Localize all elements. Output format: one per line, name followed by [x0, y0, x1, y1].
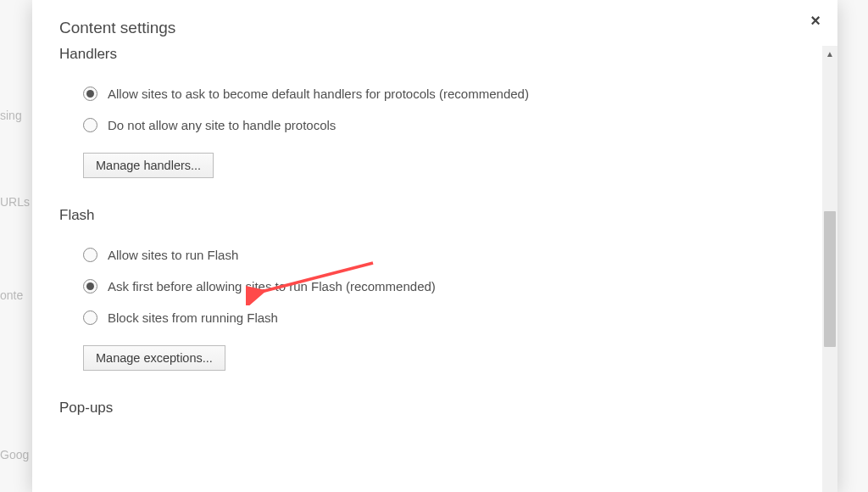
- radio-handlers-allow[interactable]: Allow sites to ask to become default han…: [59, 78, 817, 109]
- content-settings-dialog: Content settings × Handlers Allow sites …: [32, 0, 837, 492]
- radio-icon: [83, 279, 97, 294]
- radio-icon: [83, 310, 97, 325]
- dialog-title: Content settings: [59, 19, 810, 37]
- radio-handlers-disallow[interactable]: Do not allow any site to handle protocol…: [59, 109, 817, 141]
- section-heading-handlers: Handlers: [59, 46, 817, 63]
- bg-text: sing: [0, 109, 22, 122]
- radio-icon: [83, 87, 97, 101]
- radio-flash-ask-first[interactable]: Ask first before allowing sites to run F…: [59, 271, 817, 302]
- radio-label: Ask first before allowing sites to run F…: [108, 279, 436, 294]
- scrollbar-thumb[interactable]: [824, 211, 836, 347]
- radio-flash-allow[interactable]: Allow sites to run Flash: [59, 239, 817, 271]
- radio-label: Allow sites to ask to become default han…: [108, 87, 529, 101]
- radio-flash-block[interactable]: Block sites from running Flash: [59, 302, 817, 333]
- scroll-up-icon[interactable]: ▲: [822, 46, 837, 61]
- scrollbar-track[interactable]: ▲: [822, 46, 837, 492]
- radio-label: Block sites from running Flash: [108, 310, 278, 325]
- manage-handlers-button[interactable]: Manage handlers...: [83, 153, 214, 178]
- radio-icon: [83, 248, 97, 262]
- bg-text: URLs: [0, 195, 30, 209]
- section-heading-flash: Flash: [59, 207, 817, 224]
- bg-text: onte: [0, 288, 23, 302]
- section-heading-popups: Pop-ups: [59, 400, 817, 417]
- radio-label: Allow sites to run Flash: [108, 248, 238, 262]
- close-icon[interactable]: ×: [810, 12, 821, 29]
- radio-label: Do not allow any site to handle protocol…: [108, 118, 336, 132]
- radio-icon: [83, 118, 97, 132]
- bg-text: Goog: [0, 448, 29, 461]
- dialog-scroll-area: Handlers Allow sites to ask to become de…: [59, 46, 817, 492]
- manage-exceptions-button[interactable]: Manage exceptions...: [83, 345, 225, 371]
